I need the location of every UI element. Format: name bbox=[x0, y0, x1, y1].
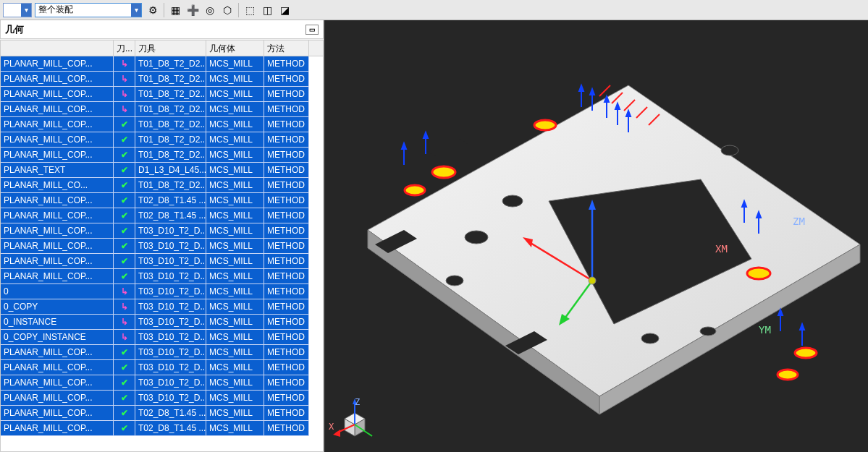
op-name-cell: PLANAR_MILL_COP... bbox=[1, 254, 114, 269]
table-row[interactable]: PLANAR_MILL_COP...✔T02_D8_T1.45 ...MCS_M… bbox=[1, 208, 323, 223]
table-row[interactable]: 0_COPY_INSTANCE↳T03_D10_T2_D...MCS_MILLM… bbox=[1, 330, 323, 345]
tool-cell: T02_D8_T1.45 ... bbox=[135, 208, 206, 223]
svg-marker-16 bbox=[426, 136, 469, 159]
table-row[interactable]: PLANAR_MILL_COP...✔T03_D10_T2_D...MCS_MI… bbox=[1, 360, 323, 375]
geom-cell: MCS_MILL bbox=[206, 421, 264, 436]
table-row[interactable]: PLANAR_MILL_COP...↳T01_D8_T2_D2...MCS_MI… bbox=[1, 102, 323, 117]
column-header[interactable]: 刀... bbox=[114, 40, 135, 56]
tool-cell: T03_D10_T2_D... bbox=[135, 254, 206, 269]
y-axis-label: YM bbox=[759, 324, 771, 336]
plus-icon[interactable]: ➕ bbox=[185, 2, 201, 18]
method-cell: METHOD bbox=[264, 239, 309, 254]
table-row[interactable]: PLANAR_MILL_COP...✔T01_D8_T2_D2...MCS_MI… bbox=[1, 117, 323, 132]
svg-point-5 bbox=[502, 195, 523, 207]
corner-x-label: X bbox=[329, 422, 334, 432]
check-icon: ✔ bbox=[114, 345, 135, 360]
method-cell: METHOD bbox=[264, 163, 309, 178]
panel-maximize-button[interactable]: ▭ bbox=[306, 25, 319, 35]
geom-cell: MCS_MILL bbox=[206, 223, 264, 239]
assembly-dropdown[interactable]: 整个装配 ▾ bbox=[35, 3, 142, 17]
geom-cell: MCS_MILL bbox=[206, 178, 264, 193]
geom-cell: MCS_MILL bbox=[206, 254, 264, 269]
3d-viewport[interactable]: ZM XM YM X Z bbox=[324, 20, 868, 452]
operations-grid[interactable]: 刀...刀具几何体方法 PLANAR_MILL_COP...↳T01_D8_T2… bbox=[0, 40, 324, 452]
svg-point-4 bbox=[465, 231, 488, 244]
method-cell: METHOD bbox=[264, 72, 309, 87]
table-row[interactable]: PLANAR_MILL_COP...↳T01_D8_T2_D2...MCS_MI… bbox=[1, 72, 323, 87]
tool-cell: T03_D10_T2_D... bbox=[135, 299, 206, 315]
svg-point-9 bbox=[721, 145, 738, 155]
op-name-cell: PLANAR_MILL_CO... bbox=[1, 178, 114, 193]
check-icon: ✔ bbox=[114, 391, 135, 406]
method-cell: METHOD bbox=[264, 178, 309, 193]
tool-cell: T03_D10_T2_D... bbox=[135, 223, 206, 239]
check-icon: ✔ bbox=[114, 163, 135, 178]
cube-icon[interactable]: ◫ bbox=[259, 2, 275, 18]
table-row[interactable]: PLANAR_MILL_COP...✔T02_D8_T1.45 ...MCS_M… bbox=[1, 406, 323, 421]
op-name-cell: 0_COPY bbox=[1, 299, 114, 315]
cube2-icon[interactable]: ◪ bbox=[277, 2, 292, 18]
x-axis-label: XM bbox=[715, 243, 728, 255]
hex-icon[interactable]: ⬡ bbox=[219, 2, 235, 18]
column-header[interactable]: 方法 bbox=[264, 40, 309, 56]
regen-icon: ↳ bbox=[114, 330, 135, 345]
boxplus-icon[interactable]: ▦ bbox=[167, 2, 183, 18]
column-header[interactable]: 刀具 bbox=[135, 40, 206, 56]
geom-cell: MCS_MILL bbox=[206, 391, 264, 406]
table-row[interactable]: PLANAR_MILL_COP...✔T03_D10_T2_D...MCS_MI… bbox=[1, 391, 323, 406]
table-row[interactable]: PLANAR_MILL_COP...✔T02_D8_T1.45 ...MCS_M… bbox=[1, 421, 323, 436]
table-row[interactable]: 0↳T03_D10_T2_D...MCS_MILLMETHOD bbox=[1, 284, 323, 299]
geom-cell: MCS_MILL bbox=[206, 132, 264, 148]
check-icon: ✔ bbox=[114, 208, 135, 223]
svg-marker-22 bbox=[590, 89, 594, 95]
op-name-cell: PLANAR_MILL_COP... bbox=[1, 421, 114, 436]
table-row[interactable]: PLANAR_TEXT✔D1_L3_D4_L45...MCS_MILLMETHO… bbox=[1, 163, 323, 178]
method-cell: METHOD bbox=[264, 193, 309, 208]
table-row[interactable]: PLANAR_MILL_CO...✔T01_D8_T2_D2...MCS_MIL… bbox=[1, 178, 323, 193]
model-view bbox=[324, 20, 868, 452]
svg-point-52 bbox=[589, 277, 596, 284]
table-row[interactable]: PLANAR_MILL_COP...✔T01_D8_T2_D2...MCS_MI… bbox=[1, 132, 323, 148]
check-icon: ✔ bbox=[114, 406, 135, 421]
op-name-cell: PLANAR_MILL_COP... bbox=[1, 132, 114, 148]
table-row[interactable]: PLANAR_MILL_COP...✔T01_D8_T2_D2...MCS_MI… bbox=[1, 148, 323, 163]
table-row[interactable]: PLANAR_MILL_COP...✔T03_D10_T2_D...MCS_MI… bbox=[1, 269, 323, 284]
table-row[interactable]: PLANAR_MILL_COP...↳T01_D8_T2_D2...MCS_MI… bbox=[1, 56, 323, 72]
regen-icon: ↳ bbox=[114, 284, 135, 299]
table-row[interactable]: PLANAR_MILL_COP...✔T03_D10_T2_D...MCS_MI… bbox=[1, 223, 323, 239]
op-name-cell: PLANAR_MILL_COP... bbox=[1, 148, 114, 163]
table-row[interactable]: 0_COPY↳T03_D10_T2_D...MCS_MILLMETHOD bbox=[1, 299, 323, 315]
geom-cell: MCS_MILL bbox=[206, 284, 264, 299]
geom-cell: MCS_MILL bbox=[206, 269, 264, 284]
column-header[interactable] bbox=[1, 40, 114, 56]
chevron-down-icon: ▾ bbox=[21, 4, 31, 17]
table-row[interactable]: PLANAR_MILL_COP...✔T03_D10_T2_D...MCS_MI… bbox=[1, 345, 323, 360]
table-row[interactable]: PLANAR_MILL_COP...✔T03_D10_T2_D...MCS_MI… bbox=[1, 239, 323, 254]
table-row[interactable]: PLANAR_MILL_COP...✔T03_D10_T2_D...MCS_MI… bbox=[1, 375, 323, 391]
check-icon: ✔ bbox=[114, 223, 135, 239]
target-icon[interactable]: ◎ bbox=[202, 2, 218, 18]
method-cell: METHOD bbox=[264, 421, 309, 436]
table-row[interactable]: PLANAR_MILL_COP...✔T03_D10_T2_D...MCS_MI… bbox=[1, 254, 323, 269]
tool-cell: T03_D10_T2_D... bbox=[135, 269, 206, 284]
op-name-cell: 0 bbox=[1, 284, 114, 299]
op-name-cell: PLANAR_MILL_COP... bbox=[1, 208, 114, 223]
op-name-cell: 0_INSTANCE bbox=[1, 315, 114, 330]
table-row[interactable]: PLANAR_MILL_COP...✔T02_D8_T1.45 ...MCS_M… bbox=[1, 193, 323, 208]
geom-cell: MCS_MILL bbox=[206, 360, 264, 375]
method-cell: METHOD bbox=[264, 299, 309, 315]
tool-cell: T03_D10_T2_D... bbox=[135, 330, 206, 345]
svg-point-12 bbox=[534, 120, 556, 130]
tool-icon[interactable]: ⚙ bbox=[145, 2, 161, 18]
op-name-cell: PLANAR_MILL_COP... bbox=[1, 375, 114, 391]
select-icon[interactable]: ⬚ bbox=[242, 2, 258, 18]
filter-dropdown-1[interactable]: ▾ bbox=[3, 3, 32, 17]
column-header[interactable]: 几何体 bbox=[206, 40, 264, 56]
table-row[interactable]: PLANAR_MILL_COP...↳T01_D8_T2_D2...MCS_MI… bbox=[1, 87, 323, 102]
regen-icon: ↳ bbox=[114, 56, 135, 72]
table-row[interactable]: 0_INSTANCE↳T03_D10_T2_D...MCS_MILLMETHOD bbox=[1, 315, 323, 330]
geom-cell: MCS_MILL bbox=[206, 299, 264, 315]
method-cell: METHOD bbox=[264, 284, 309, 299]
regen-icon: ↳ bbox=[114, 102, 135, 117]
check-icon: ✔ bbox=[114, 132, 135, 148]
